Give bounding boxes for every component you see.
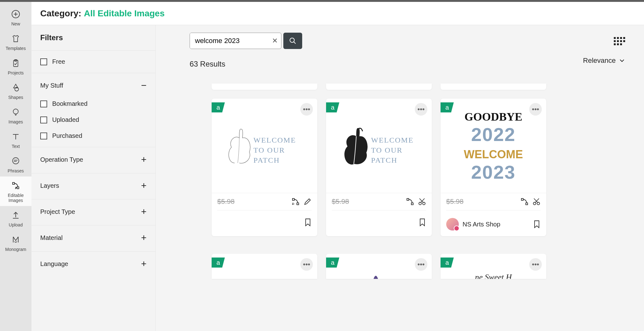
svg-rect-32 xyxy=(620,43,622,45)
bookmark-icon[interactable] xyxy=(533,220,541,229)
filter-section-project-type[interactable]: Project Type + xyxy=(31,199,155,222)
svg-rect-22 xyxy=(614,37,616,39)
sort-dropdown[interactable]: Relevance xyxy=(583,57,625,65)
svg-text:WELCOME: WELCOME xyxy=(371,136,414,144)
search-button[interactable] xyxy=(283,33,302,49)
rail-images[interactable]: Images xyxy=(0,103,31,128)
rail-upload[interactable]: Upload xyxy=(0,206,31,231)
rail-text[interactable]: Text xyxy=(0,128,31,152)
shapes-icon xyxy=(10,82,21,93)
author-avatar xyxy=(446,218,459,231)
filter-free-row[interactable]: Free xyxy=(31,51,155,73)
result-card-partial xyxy=(212,84,317,90)
customize-icon[interactable] xyxy=(520,198,529,206)
card-more-button[interactable]: ••• xyxy=(415,103,427,116)
bookmark-icon[interactable] xyxy=(304,218,312,227)
dots-icon: ••• xyxy=(532,105,539,113)
access-badge-icon: a xyxy=(326,258,339,268)
svg-text:PATCH: PATCH xyxy=(253,156,280,164)
rail-editable-images[interactable]: Editable Images xyxy=(0,176,31,206)
monogram-icon xyxy=(10,234,21,245)
author-name: NS Arts Shop xyxy=(463,221,500,228)
shirt-icon xyxy=(10,33,21,44)
search-input[interactable] xyxy=(190,33,269,49)
left-nav-rail: New Templates Projects Shapes xyxy=(0,2,31,331)
svg-rect-26 xyxy=(614,40,616,42)
filter-my-stuff-label: My Stuff xyxy=(40,82,63,89)
rail-shapes[interactable]: Shapes xyxy=(0,79,31,103)
svg-rect-15 xyxy=(17,187,19,189)
search-input-wrap: ✕ xyxy=(190,33,281,49)
result-card[interactable]: a ••• WELCOME TO OUR PATCH xyxy=(212,99,317,236)
svg-point-6 xyxy=(13,109,18,114)
cut-icon[interactable] xyxy=(532,198,541,206)
rail-editable-images-label-2: Images xyxy=(8,198,23,203)
checkbox-icon[interactable] xyxy=(40,133,47,139)
filter-uploaded-label: Uploaded xyxy=(52,116,79,123)
filter-section-layers[interactable]: Layers + xyxy=(31,173,155,196)
rail-phrases[interactable]: Phrases xyxy=(0,152,31,176)
svg-rect-29 xyxy=(623,40,625,42)
results-count: 63 Results xyxy=(190,60,629,68)
filter-section-my-stuff[interactable]: My Stuff − xyxy=(31,73,155,96)
access-badge-icon: a xyxy=(441,258,454,268)
svg-point-20 xyxy=(290,38,294,42)
sort-label: Relevance xyxy=(583,57,616,65)
filter-section-language[interactable]: Language + xyxy=(31,252,155,274)
svg-rect-25 xyxy=(623,37,625,39)
rail-upload-label: Upload xyxy=(9,222,23,227)
result-card[interactable]: a ••• xyxy=(212,254,317,279)
result-card[interactable]: a ••• xyxy=(326,254,432,279)
svg-rect-24 xyxy=(620,37,622,39)
rail-shapes-label: Shapes xyxy=(8,95,23,100)
rail-phrases-label: Phrases xyxy=(8,168,24,173)
rail-templates[interactable]: Templates xyxy=(0,30,31,54)
checkbox-icon[interactable] xyxy=(40,100,47,107)
category-value: All Editable Images xyxy=(84,8,165,19)
filter-uploaded-row[interactable]: Uploaded xyxy=(31,112,155,128)
svg-rect-37 xyxy=(297,203,299,205)
filter-project-type-label: Project Type xyxy=(40,208,75,215)
card-more-button[interactable]: ••• xyxy=(415,258,427,271)
filter-section-operation-type[interactable]: Operation Type + xyxy=(31,147,155,170)
cut-icon[interactable] xyxy=(418,198,426,206)
customize-icon[interactable] xyxy=(406,198,414,206)
checkbox-icon[interactable] xyxy=(40,58,47,65)
result-card[interactable]: a ••• WELCOME TO OUR PATCH xyxy=(326,99,432,236)
rail-projects[interactable]: Projects xyxy=(0,54,31,79)
svg-rect-52 xyxy=(526,203,528,205)
clear-search-button[interactable]: ✕ xyxy=(269,33,281,49)
filter-material-label: Material xyxy=(40,234,63,241)
close-icon: ✕ xyxy=(272,37,278,45)
filter-bookmarked-row[interactable]: Bookmarked xyxy=(31,96,155,112)
filter-purchased-row[interactable]: Purchased xyxy=(31,128,155,144)
minus-icon: − xyxy=(141,80,147,91)
rail-new[interactable]: New xyxy=(0,5,31,30)
plus-icon: + xyxy=(141,232,147,243)
filter-language-label: Language xyxy=(40,260,68,268)
plus-icon: + xyxy=(141,206,147,217)
card-more-button[interactable]: ••• xyxy=(529,258,542,271)
svg-rect-14 xyxy=(13,182,14,184)
rail-monogram[interactable]: Monogram xyxy=(0,231,31,255)
card-more-button[interactable]: ••• xyxy=(300,258,313,271)
checkbox-icon[interactable] xyxy=(40,117,47,123)
plus-icon: + xyxy=(141,154,147,165)
grid-view-toggle[interactable] xyxy=(613,36,625,48)
svg-rect-42 xyxy=(411,203,413,205)
card-more-button[interactable]: ••• xyxy=(300,103,313,116)
svg-text:2023: 2023 xyxy=(471,162,515,183)
result-card[interactable]: a ••• GOODBYE 2022 WELCOME 2023 xyxy=(441,99,546,236)
bookmark-icon[interactable] xyxy=(419,218,426,227)
grid-icon xyxy=(613,36,625,47)
card-more-button[interactable]: ••• xyxy=(529,103,542,116)
card-price: $5.98 xyxy=(446,198,464,206)
plus-icon: + xyxy=(141,180,147,191)
category-header: Category: All Editable Images xyxy=(31,2,644,25)
svg-rect-41 xyxy=(407,198,409,200)
edit-icon[interactable] xyxy=(303,198,312,206)
plus-circle-icon xyxy=(10,9,21,19)
result-card[interactable]: a ••• ne Sweet H xyxy=(441,254,546,279)
customize-icon[interactable] xyxy=(291,198,300,206)
filter-section-material[interactable]: Material + xyxy=(31,225,155,248)
